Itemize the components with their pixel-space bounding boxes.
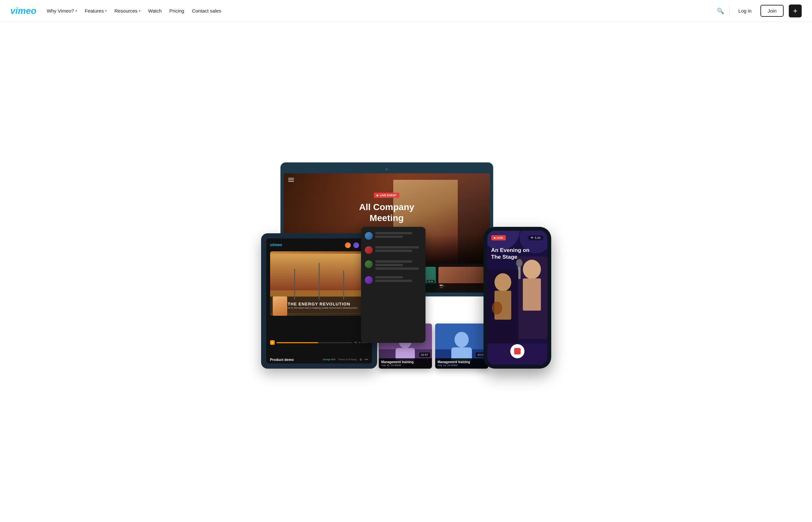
chat-message-4 bbox=[365, 276, 422, 284]
vg-label-2: Management training July 16, 10:00AM bbox=[435, 358, 488, 369]
chat-avatar-3 bbox=[365, 260, 373, 268]
nav-why-vimeo[interactable]: Why Vimeo? ▾ bbox=[47, 8, 77, 14]
vg-label-1: Management training July 16, 10:00AM bbox=[379, 358, 432, 369]
avatar-1 bbox=[344, 242, 351, 249]
tablet-controls: ⏸ HD ⊕ vimeo bbox=[270, 340, 368, 345]
tablet-device: vimeo bbox=[261, 233, 377, 369]
tablet-presenter-thumb bbox=[273, 297, 287, 316]
presenter-thumb-bg bbox=[273, 297, 287, 316]
tablet-playback-bar: ⏸ HD ⊕ vimeo bbox=[270, 340, 368, 345]
eye-icon: 👁 bbox=[531, 236, 534, 239]
chevron-down-icon: ▾ bbox=[105, 9, 107, 13]
chat-line bbox=[375, 276, 403, 278]
nav-watch[interactable]: Watch bbox=[148, 8, 162, 14]
phone-view-count: 👁 5.2K bbox=[528, 235, 543, 240]
stop-icon bbox=[514, 348, 521, 355]
devices-container: LIVE EVENT All Company Meeting Watch now bbox=[261, 162, 551, 375]
navbar: vimeo Why Vimeo? ▾ Features ▾ Resources … bbox=[0, 0, 812, 22]
chat-lines-3 bbox=[375, 260, 422, 270]
live-dot bbox=[377, 195, 378, 196]
phone-title: An Evening on The Stage bbox=[491, 247, 543, 261]
tablet-vimeo-logo: vimeo bbox=[270, 242, 282, 247]
chat-avatar-4 bbox=[365, 276, 373, 284]
phone-live-badge: LIVE bbox=[491, 235, 506, 240]
chat-lines-4 bbox=[375, 276, 422, 282]
phone-record-button[interactable] bbox=[510, 344, 524, 358]
laptop-camera bbox=[284, 166, 490, 172]
nav-right: 🔍 Log in Join + bbox=[717, 4, 802, 17]
pause-button[interactable]: ⏸ bbox=[270, 340, 275, 345]
nav-left: vimeo Why Vimeo? ▾ Features ▾ Resources … bbox=[10, 6, 221, 16]
chevron-down-icon: ▾ bbox=[75, 9, 77, 13]
nav-links: Why Vimeo? ▾ Features ▾ Resources ▾ Watc… bbox=[47, 8, 221, 14]
tablet-footer: Product demo Storage 80% Terms & Privacy… bbox=[266, 356, 372, 362]
tablet-screen: vimeo bbox=[266, 238, 372, 363]
tablet-footer-right: Storage 80% Terms & Privacy ⊕ ••• bbox=[323, 358, 368, 361]
avatar-2 bbox=[353, 242, 360, 249]
create-button[interactable]: + bbox=[789, 4, 802, 17]
join-button[interactable]: Join bbox=[760, 5, 784, 17]
tablet-video-area: THE ENERGY REVOLUTION Welcome to the tea… bbox=[270, 251, 368, 316]
video-duration-1: 02:57 bbox=[419, 353, 430, 357]
chat-line bbox=[375, 267, 419, 270]
chat-lines-2 bbox=[375, 246, 422, 252]
chat-avatar-1 bbox=[365, 232, 373, 240]
video-thumb-4[interactable]: Wh... July bbox=[438, 267, 486, 289]
chat-line bbox=[375, 260, 412, 263]
phone-device: LIVE 👁 5.2K An Evening on The Stage bbox=[483, 227, 551, 369]
progress-bar[interactable] bbox=[277, 342, 352, 343]
svg-point-26 bbox=[492, 302, 502, 315]
chat-message-3 bbox=[365, 260, 422, 270]
svg-rect-20 bbox=[523, 278, 541, 310]
chat-line bbox=[375, 280, 412, 282]
nav-contact-sales[interactable]: Contact sales bbox=[192, 8, 221, 14]
phone-screen: LIVE 👁 5.2K An Evening on The Stage bbox=[488, 231, 547, 365]
live-dot bbox=[494, 237, 495, 239]
login-button[interactable]: Log in bbox=[735, 5, 756, 16]
thumb-duration-3: 03:02 bbox=[427, 280, 435, 283]
chat-message-2 bbox=[365, 246, 422, 254]
svg-point-19 bbox=[523, 260, 541, 279]
nav-divider bbox=[729, 6, 730, 16]
vimeo-logo[interactable]: vimeo bbox=[10, 6, 36, 16]
nav-resources[interactable]: Resources ▾ bbox=[115, 8, 141, 14]
hamburger-icon[interactable] bbox=[288, 178, 294, 182]
chat-line bbox=[375, 250, 412, 252]
nav-features[interactable]: Features ▾ bbox=[85, 8, 107, 14]
chevron-down-icon: ▾ bbox=[139, 9, 141, 13]
tablet-product-label: Product demo bbox=[270, 356, 294, 362]
video-thumb-mgmt2[interactable]: 03:02 Management training July 16, 10:00… bbox=[435, 323, 488, 369]
svg-point-24 bbox=[494, 273, 511, 291]
nav-pricing[interactable]: Pricing bbox=[170, 8, 184, 14]
chat-lines-1 bbox=[375, 232, 422, 238]
hero-section: LIVE EVENT All Company Meeting Watch now bbox=[0, 22, 812, 522]
thumb-label-4: Wh... July bbox=[438, 283, 486, 289]
chat-avatar-2 bbox=[365, 246, 373, 254]
chat-line bbox=[375, 232, 412, 234]
live-event-badge: LIVE EVENT bbox=[374, 193, 399, 198]
search-icon[interactable]: 🔍 bbox=[717, 7, 724, 15]
laptop-title: All Company Meeting bbox=[359, 202, 414, 223]
progress-fill bbox=[277, 342, 318, 343]
svg-point-13 bbox=[455, 332, 469, 347]
chat-message-1 bbox=[365, 232, 422, 240]
chat-line bbox=[375, 264, 403, 266]
chat-line bbox=[375, 246, 419, 248]
chat-line bbox=[375, 236, 403, 238]
chat-panel bbox=[361, 227, 425, 343]
